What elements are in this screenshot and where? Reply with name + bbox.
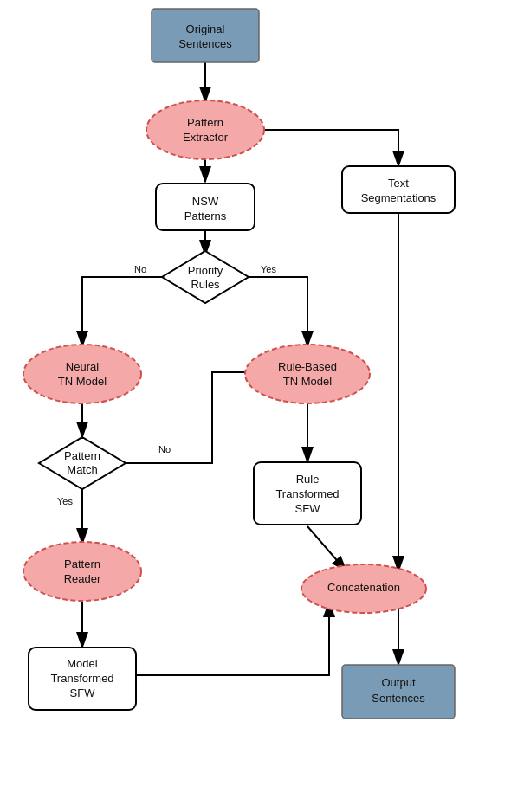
arrow-extractor-to-textseg	[251, 130, 398, 166]
rule-based-tn-ellipse	[245, 345, 370, 403]
pattern-match-label1: Pattern	[64, 449, 100, 462]
label-yes-right: Yes	[261, 264, 276, 274]
model-transformed-label2: Transformed	[50, 672, 113, 685]
output-sentences-label2: Sentences	[372, 692, 425, 705]
pattern-extractor-label2: Extractor	[183, 131, 229, 144]
neural-tn-label2: TN Model	[58, 375, 107, 388]
priority-rules-label1: Priority	[188, 264, 223, 277]
nsw-patterns-label1: NSW	[192, 195, 219, 208]
pattern-match-label2: Match	[67, 463, 97, 476]
pattern-reader-label2: Reader	[64, 572, 101, 585]
arrow-priority-no-neural	[82, 277, 180, 346]
model-transformed-label1: Model	[67, 657, 98, 670]
label-yes-down: Yes	[57, 496, 73, 506]
pattern-reader-label1: Pattern	[64, 557, 100, 570]
label-no-left: No	[134, 264, 146, 274]
nsw-patterns-label2: Patterns	[184, 209, 227, 222]
rule-based-tn-label2: TN Model	[283, 375, 332, 388]
original-sentences-label1: Original	[186, 23, 225, 35]
label-no-patternmatch: No	[158, 444, 171, 454]
rule-based-tn-label1: Rule-Based	[278, 360, 337, 373]
concatenation-label: Concatenation	[327, 581, 400, 594]
output-sentences-label1: Output	[381, 676, 415, 689]
arrow-priority-yes-rulebased	[230, 277, 307, 346]
model-transformed-label3: SFW	[70, 686, 96, 699]
text-segmentations-label2: Segmentations	[361, 191, 437, 204]
neural-tn-ellipse	[23, 345, 141, 403]
original-sentences-label2: Sentences	[178, 37, 232, 50]
priority-rules-label2: Rules	[191, 278, 220, 291]
pattern-extractor-ellipse	[146, 100, 264, 159]
pattern-extractor-label1: Pattern	[187, 116, 223, 129]
arrow-ruletransform-to-concat	[307, 526, 346, 571]
rule-transformed-label3: SFW	[295, 502, 321, 515]
text-segmentations-label1: Text	[388, 177, 409, 190]
pattern-reader-ellipse	[23, 542, 141, 601]
arrow-modeltransform-to-concat	[126, 602, 329, 675]
rule-transformed-label1: Rule	[296, 473, 320, 486]
rule-transformed-label2: Transformed	[275, 487, 339, 500]
neural-tn-label1: Neural	[66, 360, 99, 373]
